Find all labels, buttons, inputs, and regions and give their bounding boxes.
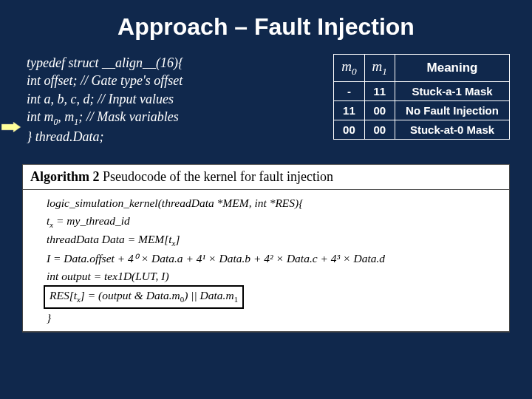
algo-line: tx = my_thread_id — [36, 212, 500, 231]
cell-m1: 11 — [364, 81, 395, 100]
pointer-arrow-icon — [1, 119, 21, 137]
cell-m1: 00 — [364, 120, 395, 139]
col-m1: m1 — [364, 55, 395, 82]
table-row: - 11 Stuck-a-1 Mask — [334, 81, 510, 100]
cell-m0: 11 — [334, 100, 364, 120]
struct-line-3: int a, b, c, d; // Input values — [27, 90, 320, 108]
cell-meaning: No Fault Injection — [395, 100, 510, 120]
algo-line: threadData Data = MEM[tx] — [36, 231, 500, 250]
table-header-row: m0 m1 Meaning — [334, 55, 510, 82]
mask-meaning-table: m0 m1 Meaning - 11 Stuck-a-1 Mask 11 00 … — [333, 54, 510, 140]
struct-line-1: typedef struct __align__(16){ — [27, 54, 320, 72]
struct-line-2: int offset; // Gate type's offset — [27, 72, 320, 89]
algo-line-highlighted: RES[tx] = (output & Data.m0) || Data.m1 — [36, 285, 500, 309]
table-row: 11 00 No Fault Injection — [334, 100, 510, 120]
algo-line: I = Data.offset + 4⁰ × Data.a + 4¹ × Dat… — [36, 250, 500, 267]
top-section: typedef struct __align__(16){ int offset… — [22, 54, 510, 146]
svg-marker-0 — [1, 122, 21, 132]
struct-line-4: int m0, m1; // Mask variables — [27, 108, 320, 128]
algorithm-body: logic_simulation_kernel(threadData *MEM,… — [23, 190, 509, 332]
algo-line: int output = tex1D(LUT, I) — [36, 267, 500, 285]
algo-line: logic_simulation_kernel(threadData *MEM,… — [36, 194, 500, 212]
algorithm-box: Algorithm 2 Pseudocode of the kernel for… — [22, 164, 510, 333]
algorithm-title: Algorithm 2 Pseudocode of the kernel for… — [23, 165, 509, 190]
cell-meaning: Stuck-at-0 Mask — [395, 120, 510, 139]
struct-definition: typedef struct __align__(16){ int offset… — [22, 54, 320, 146]
table-row: 00 00 Stuck-at-0 Mask — [334, 120, 510, 139]
cell-meaning: Stuck-a-1 Mask — [395, 81, 510, 100]
struct-line-5: } thread.Data; — [27, 128, 320, 146]
col-meaning: Meaning — [395, 55, 510, 82]
cell-m0: 00 — [334, 120, 364, 139]
col-m0: m0 — [334, 55, 364, 82]
cell-m1: 00 — [364, 100, 395, 120]
algo-line: } — [36, 309, 500, 327]
cell-m0: - — [334, 81, 364, 100]
page-title: Approach – Fault Injection — [22, 13, 510, 41]
